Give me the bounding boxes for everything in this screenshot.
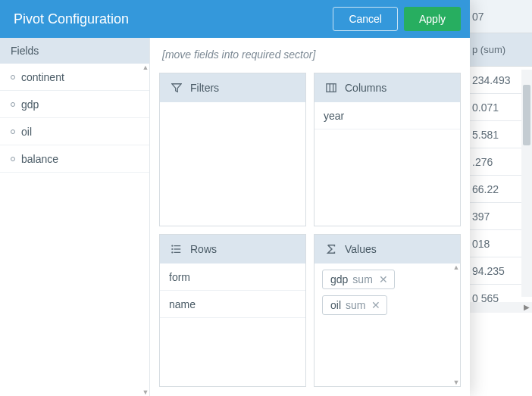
pivot-config-dialog: Pivot Configuration Cancel Apply Fields … bbox=[0, 0, 470, 396]
bg-horizontal-scrollbar[interactable]: ▶ bbox=[464, 302, 532, 313]
values-zone[interactable]: Values gdp sum ✕ oil bbox=[314, 234, 461, 388]
values-header: Values bbox=[315, 235, 460, 263]
filter-icon bbox=[171, 82, 183, 94]
fields-header: Fields bbox=[0, 38, 149, 64]
svg-point-8 bbox=[172, 251, 173, 252]
fields-scrollbar[interactable]: ▲ ▼ bbox=[142, 64, 149, 396]
rows-label: Rows bbox=[190, 243, 217, 255]
bg-col-header: 07 bbox=[465, 0, 532, 33]
chip-op: sum bbox=[346, 299, 365, 311]
fields-pane: Fields continent gdp oil balance bbox=[0, 38, 150, 396]
bg-vertical-scrollbar[interactable] bbox=[521, 70, 532, 297]
bullet-icon bbox=[11, 75, 15, 80]
rows-header: Rows bbox=[160, 235, 305, 263]
field-item-gdp[interactable]: gdp bbox=[0, 91, 149, 118]
dialog-header: Pivot Configuration Cancel Apply bbox=[0, 0, 470, 38]
values-label: Values bbox=[345, 243, 377, 255]
rows-zone[interactable]: Rows form name bbox=[159, 234, 306, 388]
svg-point-7 bbox=[172, 248, 173, 249]
chip-field: oil bbox=[330, 299, 341, 311]
config-pane: [move fields into required sector] Filte… bbox=[150, 38, 470, 396]
svg-rect-0 bbox=[327, 84, 336, 92]
bullet-icon bbox=[11, 102, 15, 107]
values-body[interactable]: gdp sum ✕ oil sum ✕ bbox=[315, 263, 460, 387]
scroll-up-icon[interactable]: ▲ bbox=[452, 263, 460, 271]
values-scrollbar[interactable]: ▲ ▼ bbox=[452, 263, 460, 387]
columns-header: Columns bbox=[315, 73, 460, 102]
filters-header: Filters bbox=[160, 73, 305, 102]
rows-icon bbox=[171, 243, 183, 255]
chip-field: gdp bbox=[330, 273, 348, 285]
field-label: gdp bbox=[21, 91, 39, 118]
columns-body[interactable]: year bbox=[315, 102, 460, 226]
field-item-oil[interactable]: oil bbox=[0, 118, 149, 145]
filters-label: Filters bbox=[190, 82, 219, 94]
field-item-balance[interactable]: balance bbox=[0, 145, 149, 173]
scroll-down-icon[interactable]: ▼ bbox=[142, 388, 149, 396]
value-chip[interactable]: oil sum ✕ bbox=[322, 295, 387, 315]
svg-point-6 bbox=[172, 245, 173, 246]
bullet-icon bbox=[11, 157, 15, 161]
dialog-title: Pivot Configuration bbox=[14, 11, 327, 27]
filters-zone[interactable]: Filters bbox=[159, 73, 306, 226]
scroll-up-icon[interactable]: ▲ bbox=[142, 64, 149, 71]
row-item[interactable]: name bbox=[160, 291, 305, 318]
value-chip[interactable]: gdp sum ✕ bbox=[322, 270, 395, 289]
columns-icon bbox=[325, 82, 337, 94]
apply-button[interactable]: Apply bbox=[404, 7, 461, 31]
chip-op: sum bbox=[352, 273, 372, 285]
close-icon[interactable]: ✕ bbox=[377, 273, 390, 285]
close-icon[interactable]: ✕ bbox=[370, 299, 382, 311]
cancel-button[interactable]: Cancel bbox=[333, 7, 398, 31]
field-item-continent[interactable]: continent bbox=[0, 64, 149, 91]
fields-list[interactable]: continent gdp oil balance ▲ ▼ bbox=[0, 64, 149, 396]
bullet-icon bbox=[11, 129, 15, 134]
scroll-down-icon[interactable]: ▼ bbox=[452, 379, 460, 386]
columns-zone[interactable]: Columns year bbox=[314, 73, 461, 226]
hint-text: [move fields into required sector] bbox=[159, 47, 461, 65]
column-item[interactable]: year bbox=[315, 102, 460, 129]
sigma-icon bbox=[325, 243, 337, 255]
columns-label: Columns bbox=[345, 82, 386, 94]
field-label: oil bbox=[21, 118, 32, 145]
bg-col-subheader: p (sum) bbox=[465, 33, 532, 67]
field-label: balance bbox=[21, 145, 58, 173]
field-label: continent bbox=[21, 64, 64, 91]
rows-body[interactable]: form name bbox=[160, 263, 305, 387]
background-table: 07 p (sum) 234.493 0.071 5.581 .276 66.2… bbox=[464, 0, 532, 396]
row-item[interactable]: form bbox=[160, 263, 305, 291]
filters-body[interactable] bbox=[160, 102, 305, 226]
